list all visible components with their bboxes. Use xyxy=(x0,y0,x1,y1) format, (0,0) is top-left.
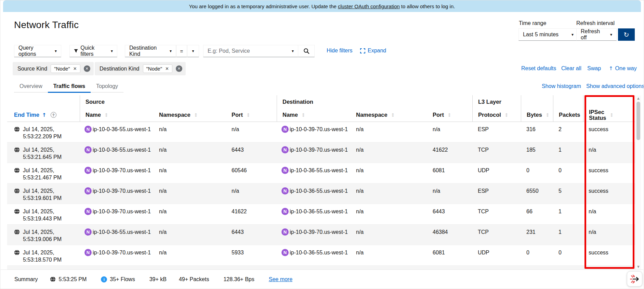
destination-name: ip-10-0-36-55.us-west-1.... xyxy=(290,208,348,215)
scroll-down-icon[interactable]: ▼ xyxy=(635,265,641,268)
cell-protocol: ESP xyxy=(472,184,521,204)
tab-overview[interactable]: Overview xyxy=(14,82,48,92)
source-name: ip-10-0-39-70.us-west-1.... xyxy=(93,249,151,256)
globe-icon xyxy=(14,147,20,153)
page-title: Network Traffic xyxy=(14,20,79,30)
node-kind-badge: N xyxy=(281,187,289,194)
sort-icon[interactable]: ↕ xyxy=(104,112,108,118)
chip-group-clear-icon[interactable]: ✕ xyxy=(176,65,182,72)
cell-destination-namespace: n/a xyxy=(351,122,427,142)
cell-source-port: n/a xyxy=(226,184,277,204)
reset-defaults-link[interactable]: Reset defaults xyxy=(521,65,556,72)
refresh-button[interactable]: ↻ xyxy=(618,28,635,41)
column-header-destination-namespace[interactable]: Namespace↕ xyxy=(351,108,427,122)
table-row[interactable]: Jul 14, 2025,5:53:21.645 PM N ip-10-0-36… xyxy=(7,142,636,163)
column-header-source-namespace[interactable]: Namespace↕ xyxy=(154,108,226,122)
chip-remove-icon[interactable]: ✕ xyxy=(165,66,169,71)
column-header-bytes[interactable]: Bytes↕ xyxy=(521,108,553,122)
help-icon[interactable]: ? xyxy=(51,112,56,118)
tab-traffic-flows[interactable]: Traffic flows xyxy=(48,82,91,92)
swap-link[interactable]: Swap xyxy=(587,65,601,72)
expand-link[interactable]: Expand xyxy=(360,48,386,54)
column-header-source-port[interactable]: Port↕ xyxy=(226,108,277,122)
cell-source-namespace: n/a xyxy=(154,163,226,183)
table-row[interactable]: Jul 14, 2025,5:53:18.570 PM N ip-10-0-39… xyxy=(7,245,636,266)
chevron-down-icon: ▾ xyxy=(610,32,612,37)
filter-field-select[interactable]: Destination Kind ▾ xyxy=(125,45,176,57)
cell-ipsec-status: n/a xyxy=(583,225,636,245)
one-way-link[interactable]: ↑ One way xyxy=(609,65,637,72)
cell-source-name: N ip-10-0-39-70.us-west-1.... xyxy=(80,245,154,265)
clear-all-link[interactable]: Clear all xyxy=(561,65,581,72)
scrollbar-thumb[interactable] xyxy=(636,102,640,140)
chevron-down-icon[interactable]: ▾ xyxy=(292,49,294,53)
scroll-up-icon[interactable]: ▲ xyxy=(635,97,641,100)
table-row[interactable]: Jul 14, 2025,5:53:19.006 PM N ip-10-0-36… xyxy=(7,225,636,245)
query-options-dropdown[interactable]: Query options ▾ xyxy=(14,45,61,57)
cell-packets: 2 xyxy=(553,122,583,142)
column-header-destination-name[interactable]: Name↕ xyxy=(277,108,351,122)
table-row[interactable]: Jul 14, 2025,5:53:21.467 PM N ip-10-0-39… xyxy=(7,163,636,184)
node-kind-badge: N xyxy=(281,208,289,215)
info-icon[interactable]: i xyxy=(101,276,107,282)
show-advanced-options-link[interactable]: Show advanced options xyxy=(586,83,644,89)
see-more-link[interactable]: See more xyxy=(269,276,292,282)
table-body: Jul 14, 2025,5:53:22.209 PM N ip-10-0-36… xyxy=(7,122,636,270)
cell-ipsec-status: success xyxy=(583,184,636,204)
chip-remove-icon[interactable]: ✕ xyxy=(73,66,77,71)
table-row[interactable]: Jul 14, 2025,5:53:22.209 PM N ip-10-0-36… xyxy=(7,122,636,142)
refresh-interval-label: Refresh interval xyxy=(576,20,615,26)
node-kind-badge: N xyxy=(281,167,289,174)
cell-bytes: 185 xyxy=(521,142,553,163)
search-button[interactable] xyxy=(298,45,315,57)
sort-ascending-icon: ↑ xyxy=(42,112,47,118)
cell-destination-namespace: n/a xyxy=(351,163,427,183)
sort-icon[interactable]: ↕ xyxy=(447,112,451,118)
column-header-destination-port[interactable]: Port↕ xyxy=(427,108,472,122)
cell-source-namespace: n/a xyxy=(154,184,226,204)
cell-packets: 1 xyxy=(553,204,583,224)
sort-icon[interactable]: ↕ xyxy=(301,112,305,118)
column-header-packets[interactable]: Packets↕ xyxy=(553,108,583,122)
tab-topology[interactable]: Topology xyxy=(91,82,123,92)
hide-filters-link[interactable]: Hide filters xyxy=(327,48,353,54)
oauth-configuration-link[interactable]: cluster OAuth configuration xyxy=(338,3,400,9)
sort-icon[interactable]: ↕ xyxy=(194,112,198,118)
globe-icon xyxy=(14,250,20,255)
cell-protocol: UDP xyxy=(472,163,521,183)
column-header-protocol[interactable]: Protocol↕ xyxy=(472,108,521,122)
table-row[interactable]: Jul 14, 2025,5:53:19.601 PM N ip-10-0-39… xyxy=(7,184,636,204)
cell-ipsec-status: n/a xyxy=(583,142,636,163)
quick-filters-dropdown[interactable]: Quick filters ▾ xyxy=(69,45,117,57)
header-spacer xyxy=(583,95,636,108)
sort-icon[interactable]: ↕ xyxy=(546,112,550,118)
table-row[interactable]: Jul 14, 2025,5:53:19.443 PM N ip-10-0-39… xyxy=(7,204,636,225)
sort-icon[interactable]: ↕ xyxy=(504,112,509,118)
cell-end-time: Jul 14, 2025,5:53:19.006 PM xyxy=(7,225,80,245)
filter-search-input[interactable] xyxy=(208,48,283,54)
cell-bytes: 0 xyxy=(521,245,553,265)
network-traffic-page: You are logged in as a temporary adminis… xyxy=(0,0,644,289)
sort-icon[interactable]: ↕ xyxy=(391,112,395,118)
operator-dropdown[interactable]: ▾ xyxy=(187,45,199,57)
node-kind-badge: N xyxy=(84,208,92,215)
column-header-source-name[interactable]: Name↕ xyxy=(80,108,154,122)
column-header-ipsec-status[interactable]: IPSec Status ↕ xyxy=(583,108,636,122)
destination-name: ip-10-0-36-55.us-west-1.... xyxy=(290,187,348,194)
cell-source-namespace: n/a xyxy=(154,122,226,142)
expand-icon xyxy=(360,48,365,53)
cell-destination-name: N ip-10-0-36-55.us-west-1.... xyxy=(277,163,351,183)
operator-box[interactable]: = xyxy=(176,45,187,57)
chip-group-clear-icon[interactable]: ✕ xyxy=(84,65,90,72)
sort-icon[interactable]: ↕ xyxy=(609,112,614,118)
source-name: ip-10-0-39-70.us-west-1.... xyxy=(93,167,151,174)
cell-packets: 1 xyxy=(553,225,583,245)
header-spacer xyxy=(521,95,553,108)
summary-bytes: 39+ kB xyxy=(149,276,167,282)
sort-icon[interactable]: ↕ xyxy=(246,112,250,118)
refresh-interval-select[interactable]: Refresh off ▾ xyxy=(576,28,617,41)
show-histogram-link[interactable]: Show histogram xyxy=(542,83,581,89)
cell-end-time: Jul 14, 2025,5:53:18.570 PM xyxy=(7,245,80,265)
time-range-select[interactable]: Last 5 minutes ▾ xyxy=(518,28,578,41)
column-header-end-time[interactable]: End Time ↑ ? xyxy=(7,108,80,122)
